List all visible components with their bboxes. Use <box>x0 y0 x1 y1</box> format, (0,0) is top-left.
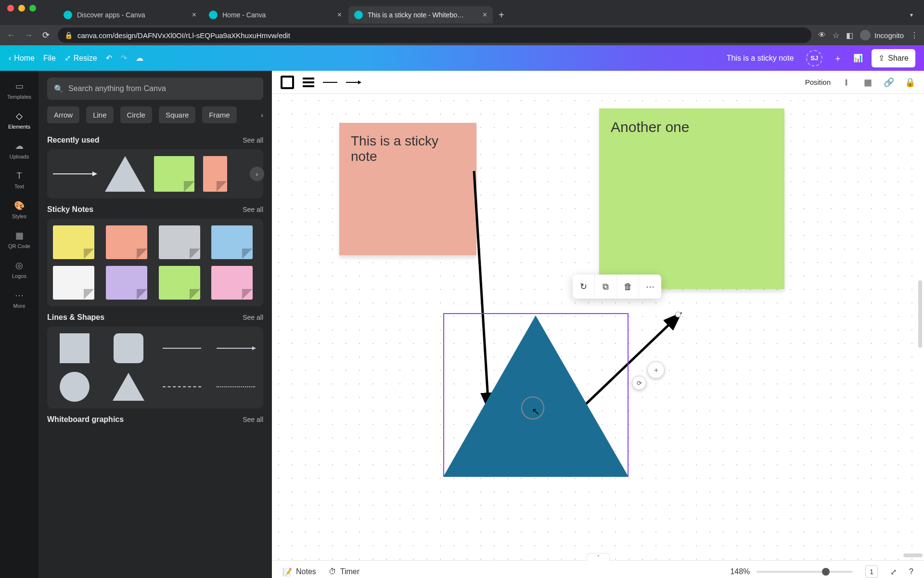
document-title[interactable]: This is a sticky note <box>727 54 794 63</box>
recent-arrow-element[interactable] <box>53 173 96 174</box>
canvas-sticky-1[interactable]: This is a sticky note <box>339 123 476 255</box>
close-icon[interactable]: × <box>337 11 342 19</box>
sticky-grey[interactable] <box>159 225 200 259</box>
redo-button[interactable]: ↷ <box>121 53 127 63</box>
chip-line[interactable]: Line <box>86 106 113 123</box>
window-minimize[interactable] <box>18 5 25 12</box>
add-collaborator-button[interactable]: ＋ <box>831 52 845 65</box>
shape-arrow-line[interactable] <box>217 348 255 349</box>
cloud-sync-icon[interactable]: ☁︎ <box>136 53 143 63</box>
vertical-scrollbar[interactable] <box>918 280 922 348</box>
see-all-lines[interactable]: See all <box>243 314 263 321</box>
reload-button[interactable]: ⟳ <box>40 30 51 40</box>
rail-elements[interactable]: ◇Elements <box>0 105 38 133</box>
shape-circle[interactable] <box>60 372 90 402</box>
notes-button[interactable]: 📝Notes <box>282 567 316 577</box>
undo-button[interactable]: ↶ <box>106 53 112 63</box>
elbow-tool-icon[interactable]: ⫿ <box>841 77 852 88</box>
rail-uploads[interactable]: ☁︎Uploads <box>0 135 38 163</box>
timer-button[interactable]: ⏱Timer <box>329 567 359 576</box>
drag-add-handle[interactable]: ＋ <box>647 361 665 379</box>
canvas-triangle-shape[interactable] <box>443 315 629 477</box>
line-start-style[interactable] <box>323 82 337 83</box>
shape-line[interactable] <box>163 348 201 349</box>
help-button[interactable]: ? <box>909 567 913 576</box>
chip-frame[interactable]: Frame <box>202 106 236 123</box>
chip-circle[interactable]: Circle <box>120 106 152 123</box>
rail-styles[interactable]: 🎨Styles <box>0 195 38 223</box>
sticky-yellow[interactable] <box>53 225 94 259</box>
resize-button[interactable]: ⤢ Resize <box>64 53 97 63</box>
tab-2[interactable]: Home - Canva × <box>203 6 347 24</box>
sticky-pink[interactable] <box>211 266 253 300</box>
rotate-handle[interactable]: ⟳ <box>632 376 646 390</box>
shape-triangle[interactable] <box>113 373 144 401</box>
recent-triangle-element[interactable] <box>105 156 145 192</box>
address-bar[interactable]: 🔒 canva.com/design/DAFNVxXl0OI/rLl-sEQPu… <box>58 27 811 43</box>
border-style-button[interactable] <box>281 76 294 89</box>
shape-rounded-square[interactable] <box>114 333 143 363</box>
sticky-white[interactable] <box>53 266 94 300</box>
bookmark-star-icon[interactable]: ☆ <box>833 31 839 40</box>
quick-action-button[interactable]: ↻ <box>573 275 595 299</box>
chips-scroll-right[interactable]: › <box>247 106 263 123</box>
home-button[interactable]: ‹ Home <box>9 54 35 63</box>
share-button[interactable]: ⇪ Share <box>872 49 915 67</box>
line-end-style[interactable] <box>346 82 360 83</box>
horizontal-scrollbar[interactable] <box>903 553 923 557</box>
shape-dotted-line[interactable] <box>217 386 255 387</box>
rail-text[interactable]: TText <box>0 165 38 193</box>
recent-salmon-sticky[interactable] <box>203 156 227 192</box>
tab-1[interactable]: Discover apps - Canva × <box>58 6 202 24</box>
duplicate-button[interactable]: ⧉ <box>595 275 617 299</box>
window-close[interactable] <box>7 5 14 12</box>
rail-qrcode[interactable]: ▦QR Code <box>0 225 38 253</box>
back-button[interactable]: ← <box>6 30 16 40</box>
chip-arrow[interactable]: Arrow <box>47 106 79 123</box>
chip-square[interactable]: Square <box>159 106 195 123</box>
whiteboard-canvas[interactable]: This is a sticky note Another one <box>272 94 924 560</box>
sticky-blue[interactable] <box>211 225 253 259</box>
see-all-recent[interactable]: See all <box>243 136 263 144</box>
recent-scroll-next[interactable]: › <box>250 167 264 181</box>
transparency-icon[interactable]: ▦ <box>862 77 873 88</box>
see-all-wbgraphics[interactable]: See all <box>243 416 263 423</box>
more-actions-button[interactable]: ⋯ <box>639 275 661 299</box>
shape-dashed-line[interactable] <box>163 386 201 387</box>
new-tab-button[interactable]: + <box>494 10 509 21</box>
line-weight-button[interactable] <box>303 78 314 87</box>
rail-logos[interactable]: ◎Logos <box>0 255 38 283</box>
avatar[interactable]: SJ <box>806 50 822 66</box>
zoom-slider-thumb[interactable] <box>822 568 830 576</box>
rail-more[interactable]: ⋯More <box>0 285 38 313</box>
line-endpoint-handle-end[interactable] <box>675 312 681 317</box>
expand-pages-button[interactable]: ⌃ <box>587 553 610 561</box>
tab-3[interactable]: This is a sticky note - Whitebo… × <box>348 6 493 24</box>
eye-off-icon[interactable]: 👁 <box>818 31 826 39</box>
canvas-sticky-2[interactable]: Another one <box>599 108 784 289</box>
incognito-badge[interactable]: Incognito <box>860 30 904 40</box>
window-zoom[interactable] <box>29 5 36 12</box>
page-indicator[interactable]: 1 <box>865 565 878 578</box>
extensions-icon[interactable]: ◧ <box>846 31 853 40</box>
lock-icon[interactable]: 🔒 <box>905 77 915 88</box>
shape-square[interactable] <box>60 333 90 363</box>
sticky-lilac[interactable] <box>106 266 147 300</box>
recent-green-sticky[interactable] <box>154 156 194 192</box>
kebab-menu-icon[interactable]: ⋮ <box>911 31 918 40</box>
search-input[interactable]: 🔍 Search anything from Canva <box>47 78 263 100</box>
sticky-salmon[interactable] <box>106 225 147 259</box>
link-icon[interactable]: 🔗 <box>884 77 894 88</box>
zoom-control[interactable]: 148% <box>730 567 853 576</box>
fullscreen-button[interactable]: ⤢ <box>890 567 897 577</box>
zoom-slider-track[interactable] <box>757 571 853 573</box>
delete-button[interactable]: 🗑 <box>617 275 639 299</box>
tab-list-dropdown[interactable]: ▾ <box>903 12 920 18</box>
insights-button[interactable]: 📊 <box>853 53 863 63</box>
close-icon[interactable]: × <box>192 11 196 19</box>
rail-templates[interactable]: ▭Templates <box>0 76 38 104</box>
close-icon[interactable]: × <box>483 11 487 19</box>
sticky-green[interactable] <box>159 266 200 300</box>
see-all-sticky[interactable]: See all <box>243 206 263 213</box>
position-button[interactable]: Position <box>805 78 831 86</box>
